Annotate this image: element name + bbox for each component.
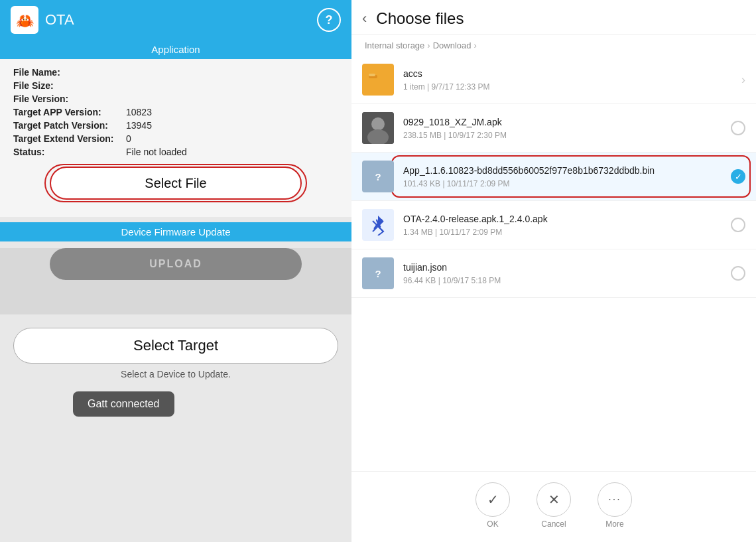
app-logo: 🦀 bbox=[11, 6, 38, 34]
application-section-header: Application bbox=[0, 40, 351, 59]
list-item[interactable]: ? App_1.1.6.10823-bd8dd556b60052f977e8b1… bbox=[351, 153, 756, 201]
list-item[interactable]: ✗ OTA-2.4.0-release.apk.1_2.4.0.apk 1.34… bbox=[351, 201, 756, 249]
upload-button[interactable]: UPLOAD bbox=[50, 248, 302, 280]
info-row-filename: File Name: bbox=[13, 67, 338, 78]
file-meta: 101.43 KB | 10/11/17 2:09 PM bbox=[403, 179, 724, 188]
help-icon[interactable]: ? bbox=[317, 8, 341, 32]
right-panel: ‹ Choose files Internal storage › Downlo… bbox=[351, 0, 756, 542]
info-row-filesize: File Size: bbox=[13, 80, 338, 91]
gatt-toast: Gatt connected bbox=[73, 391, 174, 417]
folder-icon bbox=[362, 64, 394, 96]
cancel-icon: ✕ bbox=[548, 492, 560, 508]
info-row-patchversion: Target Patch Version: 13945 bbox=[13, 120, 338, 131]
action-bar: ✓ OK ✕ Cancel ··· More bbox=[351, 471, 756, 542]
extendversion-value: 0 bbox=[126, 133, 131, 144]
status-value: File not loaded bbox=[126, 147, 187, 157]
firmware-content: UPLOAD bbox=[0, 248, 351, 314]
select-device-text: Select a Device to Update. bbox=[13, 369, 338, 379]
bluetooth-icon: ✗ bbox=[362, 209, 394, 241]
fileversion-label: File Version: bbox=[13, 94, 126, 104]
file-info: 0929_1018_XZ_JM.apk 238.15 MB | 10/9/17 … bbox=[403, 116, 724, 139]
app-header-left: 🦀 OTA bbox=[11, 6, 74, 34]
back-arrow-icon[interactable]: ‹ bbox=[362, 10, 367, 27]
file-radio-checked[interactable]: ✓ bbox=[731, 169, 745, 184]
select-file-button[interactable]: Select File bbox=[50, 167, 302, 200]
app-info-section: File Name: File Size: File Version: Targ… bbox=[0, 59, 351, 217]
info-row-status: Status: File not loaded bbox=[13, 147, 338, 157]
file-name: OTA-2.4.0-release.apk.1_2.4.0.apk bbox=[403, 213, 724, 225]
ok-button[interactable]: ✓ bbox=[475, 482, 510, 517]
firmware-section-header: Device Firmware Update bbox=[0, 222, 351, 241]
file-name: accs bbox=[403, 68, 735, 80]
breadcrumb-sep-2: › bbox=[474, 40, 477, 50]
list-item[interactable]: ? tuijian.json 96.44 KB | 10/9/17 5:18 P… bbox=[351, 249, 756, 298]
select-target-button[interactable]: Select Target bbox=[13, 328, 338, 364]
file-info: tuijian.json 96.44 KB | 10/9/17 5:18 PM bbox=[403, 261, 724, 285]
select-target-area: Select Target Select a Device to Update.… bbox=[0, 314, 351, 423]
firmware-section: Device Firmware Update UPLOAD bbox=[0, 222, 351, 314]
ok-label: OK bbox=[487, 519, 498, 529]
cancel-wrapper: ✕ Cancel bbox=[536, 482, 571, 529]
app-header: 🦀 OTA ? bbox=[0, 0, 351, 40]
info-row-extendversion: Target Extend Version: 0 bbox=[13, 133, 338, 144]
extendversion-label: Target Extend Version: bbox=[13, 133, 126, 144]
svg-point-6 bbox=[371, 117, 385, 131]
choose-files-title: Choose files bbox=[376, 9, 464, 28]
file-meta: 1.34 MB | 10/11/17 2:09 PM bbox=[403, 228, 724, 237]
list-item[interactable]: accs 1 item | 9/7/17 12:33 PM › bbox=[351, 56, 756, 104]
choose-files-header: ‹ Choose files bbox=[351, 0, 756, 35]
breadcrumb-sep-1: › bbox=[427, 40, 430, 50]
left-panel: 🦀 OTA ? Application File Name: File Size… bbox=[0, 0, 351, 542]
breadcrumb-part-2[interactable]: Download bbox=[433, 40, 472, 50]
breadcrumb-part-1[interactable]: Internal storage bbox=[365, 40, 424, 50]
svg-rect-4 bbox=[369, 74, 375, 76]
cancel-label: Cancel bbox=[541, 519, 566, 529]
ok-wrapper: ✓ OK bbox=[475, 482, 510, 529]
info-row-fileversion: File Version: bbox=[13, 94, 338, 104]
file-radio-unchecked[interactable] bbox=[731, 266, 745, 281]
cancel-button[interactable]: ✕ bbox=[536, 482, 571, 517]
filename-label: File Name: bbox=[13, 67, 126, 78]
more-wrapper: ··· More bbox=[598, 482, 632, 529]
chevron-right-icon: › bbox=[741, 73, 745, 87]
more-button[interactable]: ··· bbox=[598, 482, 632, 517]
more-label: More bbox=[605, 519, 623, 529]
file-list: accs 1 item | 9/7/17 12:33 PM › 0929_101… bbox=[351, 56, 756, 471]
svg-text:🦀: 🦀 bbox=[16, 12, 34, 30]
app-title: OTA bbox=[45, 11, 74, 29]
file-meta: 1 item | 9/7/17 12:33 PM bbox=[403, 82, 735, 92]
file-meta: 96.44 KB | 10/9/17 5:18 PM bbox=[403, 276, 724, 285]
ok-icon: ✓ bbox=[487, 492, 499, 508]
status-label: Status: bbox=[13, 147, 126, 157]
file-meta: 238.15 MB | 10/9/17 2:30 PM bbox=[403, 131, 724, 140]
appversion-value: 10823 bbox=[126, 107, 152, 117]
info-row-appversion: Target APP Version: 10823 bbox=[13, 107, 338, 117]
file-name: tuijian.json bbox=[403, 261, 724, 273]
breadcrumb: Internal storage › Download › bbox=[351, 35, 756, 56]
patchversion-value: 13945 bbox=[126, 120, 152, 131]
filesize-label: File Size: bbox=[13, 80, 126, 91]
more-icon: ··· bbox=[608, 494, 621, 506]
apk-icon bbox=[362, 112, 394, 144]
patchversion-label: Target Patch Version: bbox=[13, 120, 126, 131]
file-info: accs 1 item | 9/7/17 12:33 PM bbox=[403, 68, 735, 91]
file-name: 0929_1018_XZ_JM.apk bbox=[403, 116, 724, 128]
file-name: App_1.1.6.10823-bd8dd556b60052f977e8b1b6… bbox=[403, 165, 724, 176]
file-info: App_1.1.6.10823-bd8dd556b60052f977e8b1b6… bbox=[403, 165, 724, 188]
bin-icon: ? bbox=[362, 161, 394, 192]
help-icon-label: ? bbox=[326, 13, 333, 27]
appversion-label: Target APP Version: bbox=[13, 107, 126, 117]
file-radio-unchecked[interactable] bbox=[731, 218, 745, 232]
json-icon: ? bbox=[362, 257, 394, 289]
file-info: OTA-2.4.0-release.apk.1_2.4.0.apk 1.34 M… bbox=[403, 213, 724, 236]
list-item[interactable]: 0929_1018_XZ_JM.apk 238.15 MB | 10/9/17 … bbox=[351, 104, 756, 153]
file-radio-unchecked[interactable] bbox=[731, 121, 745, 135]
